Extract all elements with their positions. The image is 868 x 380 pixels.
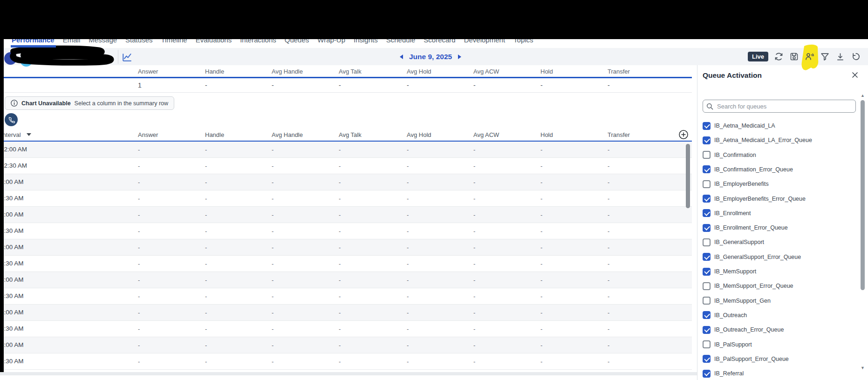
- summary-cell[interactable]: -: [205, 81, 207, 89]
- queue-label[interactable]: IB_GeneralSupport_Error_Queue: [714, 254, 801, 260]
- queue-list-item[interactable]: IB_Aetna_Medicaid_LA: [703, 122, 775, 130]
- column-header[interactable]: Avg Hold: [407, 68, 431, 75]
- queue-list-item[interactable]: IB_MemSupport: [703, 268, 756, 276]
- queue-label[interactable]: IB_Aetna_Medicaid_LA: [714, 122, 775, 129]
- column-header[interactable]: Avg Talk: [339, 68, 362, 75]
- queue-list-item[interactable]: IB_MemSupport_Error_Queue: [703, 282, 793, 290]
- summary-cell[interactable]: -: [540, 81, 543, 89]
- line-chart-icon[interactable]: [122, 51, 133, 62]
- queue-checkbox[interactable]: [703, 326, 711, 334]
- queue-checkbox[interactable]: [703, 370, 711, 378]
- queue-checkbox[interactable]: [703, 165, 711, 173]
- queue-list-item[interactable]: IB_GeneralSupport_Error_Queue: [703, 253, 801, 261]
- queue-label[interactable]: IB_MemSupport_Gen: [714, 298, 771, 304]
- column-header[interactable]: Avg ACW: [473, 68, 499, 75]
- date-label[interactable]: June 9, 2025: [409, 53, 452, 61]
- queue-label[interactable]: IB_Outreach_Error_Queue: [714, 326, 784, 333]
- queue-label[interactable]: IB_Aetna_Medicaid_LA_Error_Queue: [714, 137, 812, 143]
- table-scrollbar[interactable]: [686, 144, 690, 208]
- column-header[interactable]: Avg Handle: [272, 131, 303, 138]
- queue-checkbox[interactable]: [703, 151, 711, 159]
- add-column-icon[interactable]: [678, 129, 689, 140]
- queue-list-item[interactable]: IB_EmployerBenefits_Error_Queue: [703, 195, 806, 203]
- queue-list-item[interactable]: IB_Enrollment: [703, 209, 751, 217]
- queue-list-item[interactable]: IB_EmployerBenefits: [703, 180, 769, 188]
- next-day-arrow-icon[interactable]: [458, 54, 461, 59]
- queue-search-input[interactable]: [716, 102, 855, 110]
- queue-list-item[interactable]: IB_Referral: [703, 370, 744, 378]
- scroll-up-icon[interactable]: ▲: [861, 93, 866, 98]
- queue-checkbox[interactable]: [703, 136, 711, 144]
- queue-list-item[interactable]: IB_PalSupport_Error_Queue: [703, 355, 789, 363]
- queue-checkbox[interactable]: [703, 340, 711, 348]
- column-header[interactable]: Handle: [205, 68, 224, 75]
- queue-label[interactable]: IB_MemSupport_Error_Queue: [714, 283, 793, 289]
- sort-caret-icon[interactable]: [27, 133, 31, 136]
- queue-label[interactable]: IB_Confirmation_Error_Queue: [714, 166, 793, 173]
- column-header[interactable]: Handle: [205, 131, 224, 138]
- queue-activation-icon[interactable]: [804, 52, 814, 62]
- queue-list-item[interactable]: IB_Confirmation: [703, 151, 756, 159]
- interval-value-cell: -: [138, 195, 140, 202]
- close-icon[interactable]: [851, 71, 859, 79]
- column-header[interactable]: Hold: [540, 68, 553, 75]
- previous-day-arrow-icon[interactable]: [400, 54, 403, 59]
- queue-list-item[interactable]: IB_Enrollment_Error_Queue: [703, 224, 788, 232]
- column-header[interactable]: Hold: [540, 131, 553, 138]
- queue-checkbox[interactable]: [703, 311, 711, 319]
- column-header[interactable]: Transfer: [608, 131, 630, 138]
- queue-label[interactable]: IB_GeneralSupport: [714, 239, 764, 245]
- refresh-icon[interactable]: [773, 52, 784, 62]
- column-header[interactable]: Avg ACW: [473, 131, 499, 138]
- phone-icon[interactable]: [5, 113, 18, 126]
- queue-checkbox[interactable]: [703, 238, 711, 246]
- summary-cell[interactable]: 1: [138, 81, 142, 89]
- filter-icon[interactable]: [820, 52, 830, 62]
- queue-checkbox[interactable]: [703, 268, 711, 276]
- queue-list-item[interactable]: IB_Outreach_Error_Queue: [703, 326, 784, 334]
- queue-list-item[interactable]: IB_Aetna_Medicaid_LA_Error_Queue: [703, 136, 812, 144]
- queue-checkbox[interactable]: [703, 224, 711, 232]
- queue-label[interactable]: IB_MemSupport: [714, 268, 756, 275]
- queue-label[interactable]: IB_Confirmation: [714, 152, 756, 158]
- save-icon[interactable]: [789, 52, 799, 62]
- queue-checkbox[interactable]: [703, 180, 711, 188]
- queue-list-item[interactable]: IB_Outreach: [703, 311, 747, 319]
- queue-checkbox[interactable]: [703, 253, 711, 261]
- queue-checkbox[interactable]: [703, 297, 711, 305]
- queue-label[interactable]: IB_Enrollment_Error_Queue: [714, 224, 788, 231]
- column-header[interactable]: Answer: [138, 131, 158, 138]
- column-header[interactable]: Avg Handle: [272, 68, 303, 75]
- reset-icon[interactable]: [850, 52, 861, 62]
- column-header[interactable]: Avg Hold: [407, 131, 431, 138]
- column-header[interactable]: Answer: [138, 68, 158, 75]
- scroll-down-icon[interactable]: ▼: [861, 366, 866, 370]
- queue-checkbox[interactable]: [703, 209, 711, 217]
- panel-scrollbar[interactable]: [861, 100, 865, 290]
- queue-label[interactable]: IB_PalSupport: [714, 341, 752, 348]
- summary-cell[interactable]: -: [608, 81, 610, 89]
- queue-label[interactable]: IB_Outreach: [714, 312, 747, 319]
- summary-cell[interactable]: -: [407, 81, 409, 89]
- summary-cell[interactable]: -: [473, 81, 476, 89]
- queue-checkbox[interactable]: [703, 355, 711, 363]
- column-header[interactable]: Avg Talk: [339, 131, 362, 138]
- queue-list-item[interactable]: IB_MemSupport_Gen: [703, 297, 771, 305]
- queue-checkbox[interactable]: [703, 195, 711, 203]
- summary-cell[interactable]: -: [339, 81, 341, 89]
- queue-checkbox[interactable]: [703, 282, 711, 290]
- queue-list-item[interactable]: IB_Confirmation_Error_Queue: [703, 165, 793, 173]
- queue-label[interactable]: IB_Enrollment: [714, 210, 751, 217]
- download-icon[interactable]: [835, 52, 845, 62]
- queue-checkbox[interactable]: [703, 122, 711, 130]
- queue-list-item[interactable]: IB_GeneralSupport: [703, 238, 764, 246]
- summary-cell[interactable]: -: [272, 81, 274, 89]
- interval-column-header[interactable]: Interval: [1, 131, 21, 138]
- queue-label[interactable]: IB_EmployerBenefits_Error_Queue: [714, 196, 806, 202]
- queue-label[interactable]: IB_PalSupport_Error_Queue: [714, 356, 789, 362]
- queue-label[interactable]: IB_EmployerBenefits: [714, 181, 769, 187]
- queue-list-item[interactable]: IB_PalSupport: [703, 340, 752, 348]
- queue-label[interactable]: IB_Referral: [714, 370, 744, 377]
- column-header[interactable]: Transfer: [608, 68, 630, 75]
- live-badge[interactable]: Live: [748, 52, 768, 61]
